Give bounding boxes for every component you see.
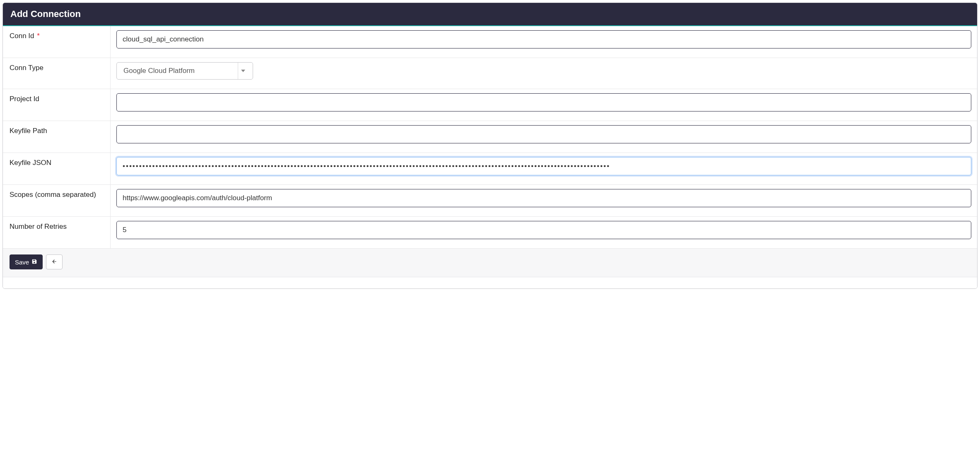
panel-title: Add Connection — [3, 3, 977, 26]
arrow-left-icon — [51, 259, 57, 266]
label-keyfile-json: Keyfile JSON — [3, 153, 111, 184]
row-scopes: Scopes (comma separated) — [3, 185, 977, 217]
bottom-strip — [3, 277, 977, 288]
add-connection-panel: Add Connection Conn Id * Conn Type Googl… — [2, 2, 978, 289]
row-retries: Number of Retries — [3, 217, 977, 248]
save-button[interactable]: Save — [10, 254, 43, 269]
required-mark: * — [37, 32, 40, 40]
label-conn-id: Conn Id * — [3, 26, 111, 58]
footer: Save — [3, 248, 977, 277]
retries-input[interactable] — [116, 221, 971, 239]
row-conn-id: Conn Id * — [3, 26, 977, 58]
label-keyfile-path: Keyfile Path — [3, 121, 111, 153]
project-id-input[interactable] — [116, 93, 971, 111]
chevron-down-icon — [238, 63, 248, 79]
row-project-id: Project Id — [3, 89, 977, 121]
conn-type-select[interactable]: Google Cloud Platform — [116, 62, 253, 80]
label-retries: Number of Retries — [3, 217, 111, 248]
save-button-label: Save — [15, 259, 29, 266]
row-keyfile-path: Keyfile Path — [3, 121, 977, 153]
label-conn-type: Conn Type — [3, 58, 111, 89]
conn-type-selected: Google Cloud Platform — [123, 67, 195, 75]
save-icon — [31, 259, 37, 266]
label-scopes: Scopes (comma separated) — [3, 185, 111, 216]
label-project-id: Project Id — [3, 89, 111, 121]
conn-id-input[interactable] — [116, 30, 971, 48]
label-conn-id-text: Conn Id — [10, 32, 34, 40]
keyfile-json-input[interactable] — [116, 157, 971, 175]
keyfile-path-input[interactable] — [116, 125, 971, 143]
back-button[interactable] — [46, 254, 63, 269]
scopes-input[interactable] — [116, 189, 971, 207]
form-body: Conn Id * Conn Type Google Cloud Platfor… — [3, 26, 977, 248]
row-keyfile-json: Keyfile JSON — [3, 153, 977, 185]
row-conn-type: Conn Type Google Cloud Platform — [3, 58, 977, 89]
